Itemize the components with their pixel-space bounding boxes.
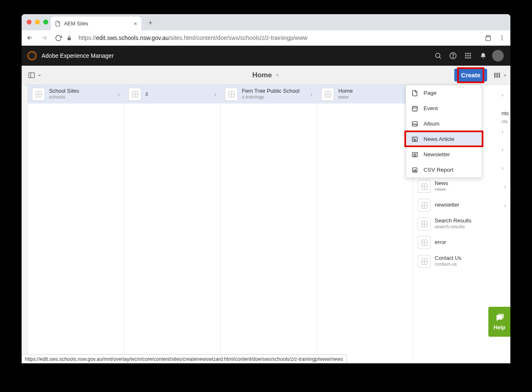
- chevron-down-icon: [275, 73, 280, 77]
- forward-button[interactable]: [38, 32, 50, 44]
- news-icon: [411, 136, 419, 143]
- chevron-right-icon: ›: [502, 91, 504, 98]
- aem-logo-icon[interactable]: [27, 51, 37, 60]
- rail-toggle[interactable]: [25, 70, 44, 81]
- item-name: z-trainingp: [242, 94, 300, 100]
- help-label: Help: [493, 324, 505, 330]
- column-1: School Sitesschools ›: [28, 85, 124, 363]
- column-item[interactable]: Newsnews ›: [414, 177, 510, 196]
- extension-icon[interactable]: [482, 32, 494, 44]
- column-2: z ›: [124, 85, 221, 363]
- url-host: edit.sws.schools.nsw.gov.au: [96, 35, 169, 41]
- create-news-article[interactable]: News Article: [406, 131, 482, 147]
- aem-global-header: Adobe Experience Manager: [22, 46, 510, 66]
- svg-rect-16: [468, 57, 469, 59]
- create-event[interactable]: Event: [406, 101, 482, 116]
- view-switcher[interactable]: [493, 71, 507, 79]
- svg-point-8: [453, 57, 453, 58]
- svg-rect-21: [497, 73, 498, 78]
- chevron-right-icon: ›: [118, 91, 120, 98]
- breadcrumb-label: Home: [252, 71, 272, 79]
- create-csv-report[interactable]: CSV Report: [406, 162, 482, 178]
- svg-point-3: [502, 35, 503, 37]
- report-icon: [411, 166, 419, 174]
- tab-title: AEM Sites: [64, 21, 88, 27]
- item-title: School Sites: [49, 88, 79, 94]
- item-title: z: [145, 91, 148, 97]
- svg-rect-11: [470, 53, 471, 54]
- back-button[interactable]: [24, 32, 36, 44]
- create-album[interactable]: Album: [406, 116, 482, 131]
- lock-icon: [66, 35, 72, 41]
- item-name-fragment: nts: [502, 119, 508, 124]
- scroll-previous[interactable]: [22, 85, 28, 363]
- svg-point-5: [502, 39, 503, 40]
- svg-rect-35: [412, 106, 417, 111]
- page-thumb-icon: [418, 217, 431, 230]
- item-name: contact-us: [435, 261, 461, 267]
- minimize-window-icon[interactable]: [35, 20, 40, 25]
- svg-rect-22: [499, 73, 500, 78]
- solutions-icon[interactable]: [461, 49, 475, 62]
- maximize-window-icon[interactable]: [43, 20, 48, 25]
- page-thumb-icon: [418, 255, 431, 268]
- item-title: newsletter: [435, 202, 459, 208]
- reload-button[interactable]: [52, 32, 64, 44]
- menu-label: News Article: [424, 136, 454, 142]
- help-widget[interactable]: Help: [488, 307, 510, 337]
- svg-rect-9: [465, 53, 466, 54]
- column-item[interactable]: Contact Uscontact-us: [414, 252, 510, 271]
- user-avatar[interactable]: [491, 49, 505, 62]
- chevron-right-icon: ›: [504, 202, 506, 209]
- create-newsletter[interactable]: Newsletter: [406, 147, 482, 162]
- column-4: Homewww ›: [317, 85, 414, 363]
- column-item[interactable]: Fern Tree Public Schoolz-trainingp ›: [221, 85, 317, 104]
- column-item[interactable]: z ›: [124, 85, 220, 104]
- image-icon: [411, 120, 419, 128]
- close-tab-icon[interactable]: ×: [134, 20, 137, 27]
- action-bar: Home Create: [22, 66, 510, 85]
- column-3: Fern Tree Public Schoolz-trainingp ›: [221, 85, 317, 363]
- create-menu: Page Event Album News Article Newsletter: [406, 85, 482, 178]
- browser-toolbar: https://edit.sws.schools.nsw.gov.au/site…: [22, 30, 510, 46]
- svg-rect-18: [29, 73, 34, 78]
- item-name: news: [435, 187, 448, 192]
- close-window-icon[interactable]: [27, 20, 32, 25]
- svg-point-4: [502, 37, 503, 39]
- menu-label: CSV Report: [424, 167, 453, 173]
- column-item[interactable]: newsletter ›: [414, 196, 510, 214]
- svg-rect-12: [465, 55, 466, 57]
- column-item[interactable]: Homewww ›: [317, 85, 413, 104]
- svg-rect-17: [470, 57, 471, 59]
- create-button[interactable]: Create: [454, 69, 487, 81]
- chevron-right-icon: ›: [502, 146, 504, 153]
- svg-rect-10: [468, 53, 469, 54]
- new-tab-button[interactable]: +: [145, 17, 156, 29]
- column-item[interactable]: error: [414, 233, 510, 252]
- create-page[interactable]: Page: [406, 85, 482, 101]
- notifications-icon[interactable]: [476, 49, 490, 62]
- svg-rect-15: [465, 57, 466, 59]
- column-item[interactable]: School Sitesschools ›: [28, 85, 124, 104]
- address-bar[interactable]: https://edit.sws.schools.nsw.gov.au/site…: [79, 35, 480, 41]
- aem-brand-name[interactable]: Adobe Experience Manager: [42, 52, 114, 59]
- chevron-right-icon: ›: [504, 183, 506, 190]
- help-icon[interactable]: [446, 49, 460, 62]
- svg-rect-50: [415, 169, 416, 172]
- column-item[interactable]: Search Resultssearch-results: [414, 214, 510, 233]
- svg-rect-51: [416, 170, 416, 172]
- chat-icon: [494, 313, 505, 323]
- browser-tab-strip: AEM Sites × +: [22, 14, 510, 30]
- menu-label: Event: [424, 105, 438, 111]
- item-title: News: [435, 180, 448, 187]
- browser-menu-icon[interactable]: [496, 32, 508, 44]
- item-name: search-results: [435, 224, 471, 229]
- search-icon[interactable]: [431, 49, 445, 62]
- svg-rect-14: [470, 55, 471, 57]
- browser-tab[interactable]: AEM Sites ×: [51, 17, 141, 30]
- page-thumb-icon: [32, 88, 45, 101]
- chevron-right-icon: ›: [502, 128, 504, 135]
- svg-rect-2: [485, 36, 490, 40]
- column-view: School Sitesschools › z › Fern Tree Publ…: [22, 85, 510, 363]
- breadcrumb[interactable]: Home: [252, 71, 280, 79]
